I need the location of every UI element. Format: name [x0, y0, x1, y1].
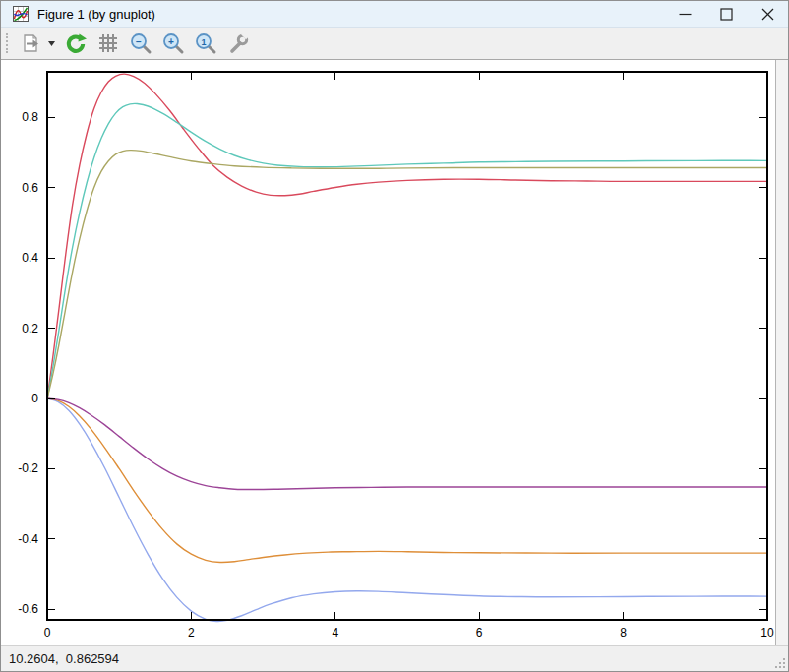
- gnuplot-app-icon: [13, 6, 29, 22]
- close-button[interactable]: [747, 1, 788, 27]
- zoom-reset-magnifier-icon: 1: [194, 31, 217, 55]
- zoom-in-magnifier-icon: +: [161, 31, 185, 55]
- curve-purple: [47, 398, 767, 489]
- y-tick-label: -0.6: [18, 602, 38, 616]
- x-tick-label: 2: [188, 626, 195, 640]
- zoom-out-magnifier-icon: −: [129, 31, 152, 55]
- x-tick-label: 8: [620, 626, 627, 640]
- statusbar: 10.2604, 0.862594: [1, 645, 788, 671]
- export-button[interactable]: [18, 31, 43, 56]
- curve-blue: [47, 398, 767, 621]
- window-controls: [664, 1, 788, 27]
- zoom-in-button[interactable]: +: [160, 31, 186, 56]
- export-dropdown[interactable]: [46, 31, 56, 56]
- curve-teal: [47, 103, 767, 398]
- curve-orange: [47, 398, 767, 562]
- axis-tick-labels: 0246810-0.6-0.4-0.200.20.40.60.8: [18, 110, 774, 640]
- grid-icon: [96, 31, 120, 55]
- refresh-icon: [64, 31, 88, 55]
- right-margin-strip: [776, 60, 788, 645]
- page-arrow-icon: [20, 32, 41, 54]
- canvas-row: 0246810-0.6-0.4-0.200.20.40.60.8: [1, 60, 788, 645]
- x-tick-label: 6: [476, 626, 483, 640]
- dropdown-arrow-icon: [48, 41, 55, 46]
- close-icon: [761, 8, 774, 21]
- curve-red: [47, 74, 767, 398]
- curve-olive: [47, 151, 767, 398]
- x-tick-label: 10: [760, 626, 774, 640]
- y-tick-label: -0.2: [18, 461, 38, 475]
- y-tick-label: 0.2: [22, 322, 38, 336]
- x-tick-label: 0: [44, 626, 51, 640]
- toolbar-grip[interactable]: [6, 33, 9, 53]
- grid-toggle-button[interactable]: [95, 31, 121, 56]
- replot-button[interactable]: [63, 31, 89, 56]
- svg-text:1: 1: [201, 37, 206, 47]
- y-tick-label: 0.8: [22, 110, 38, 124]
- minimize-icon: [679, 8, 692, 21]
- svg-text:+: +: [168, 36, 174, 47]
- resize-grip[interactable]: [775, 658, 785, 668]
- y-tick-label: 0.4: [22, 251, 38, 265]
- zoom-reset-button[interactable]: 1: [193, 31, 218, 56]
- window-title: Figure 1 (by gnuplot): [37, 7, 155, 22]
- wrench-icon: [226, 31, 250, 55]
- minimize-button[interactable]: [664, 1, 705, 27]
- maximize-button[interactable]: [705, 1, 747, 27]
- plot-chart: 0246810-0.6-0.4-0.200.20.40.60.8: [1, 60, 776, 645]
- maximize-icon: [720, 8, 733, 21]
- cursor-coordinates: 10.2604, 0.862594: [9, 651, 119, 666]
- settings-button[interactable]: [225, 31, 251, 56]
- svg-text:−: −: [136, 36, 142, 47]
- zoom-out-button[interactable]: −: [128, 31, 153, 56]
- toolbar: − + 1: [1, 28, 788, 60]
- gnuplot-figure-window: Figure 1 (by gnuplot): [0, 0, 789, 672]
- y-tick-label: 0: [31, 392, 38, 405]
- plot-series: [47, 74, 767, 621]
- x-tick-label: 4: [332, 626, 338, 640]
- titlebar: Figure 1 (by gnuplot): [1, 1, 788, 28]
- y-tick-label: 0.6: [22, 181, 38, 195]
- y-tick-label: -0.4: [18, 532, 38, 546]
- plot-canvas[interactable]: 0246810-0.6-0.4-0.200.20.40.60.8: [1, 60, 776, 645]
